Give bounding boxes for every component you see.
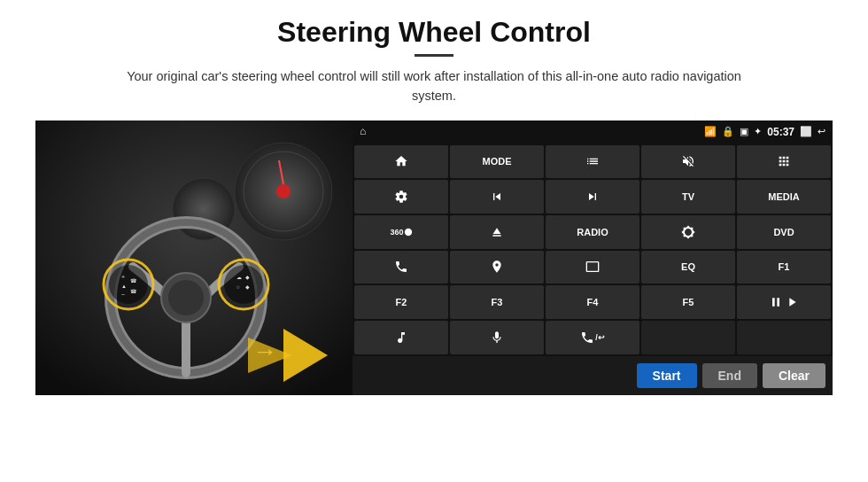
grid-btn-gps[interactable] <box>450 251 544 284</box>
svg-text:☎: ☎ <box>130 278 137 284</box>
grid-btn-mute[interactable] <box>641 145 735 179</box>
screen-icon: ⬜ <box>800 126 812 137</box>
time-display: 05:37 <box>767 126 794 138</box>
grid-btn-eject[interactable] <box>450 215 544 249</box>
grid-btn-apps[interactable] <box>737 145 831 179</box>
card-icon: ▣ <box>740 126 748 137</box>
grid-btn-settings[interactable] <box>354 180 448 214</box>
grid-btn-f5[interactable]: F5 <box>641 285 735 319</box>
svg-text:◆: ◆ <box>245 284 250 290</box>
grid-btn-next[interactable] <box>546 180 639 214</box>
grid-btn-list[interactable] <box>546 145 639 179</box>
title-divider <box>415 54 453 57</box>
grid-btn-home[interactable] <box>354 145 448 179</box>
svg-point-19 <box>224 265 263 304</box>
grid-btn-brightness[interactable] <box>641 215 735 249</box>
svg-text:☁: ☁ <box>236 275 242 280</box>
grid-btn-eq[interactable]: EQ <box>641 251 735 284</box>
status-bar: ⌂ 📶 🔒 ▣ ✦ 05:37 ⬜ ↩ <box>353 120 833 144</box>
grid-btn-f3[interactable]: F3 <box>450 285 544 319</box>
svg-text:→: → <box>252 338 277 365</box>
grid-btn-f1[interactable]: F1 <box>737 251 831 284</box>
svg-text:◆: ◆ <box>245 275 250 280</box>
grid-btn-mic[interactable] <box>450 321 544 354</box>
status-left: ⌂ <box>360 125 366 138</box>
bottom-buttons: Start End Clear <box>353 356 833 395</box>
wifi-icon: 📶 <box>704 126 717 137</box>
subtitle: Your original car's steering wheel contr… <box>124 67 744 106</box>
page-wrapper: Steering Wheel Control Your original car… <box>0 0 868 482</box>
grid-btn-phone[interactable] <box>354 251 448 284</box>
grid-btn-music[interactable] <box>354 321 448 354</box>
status-right: 📶 🔒 ▣ ✦ 05:37 ⬜ ↩ <box>704 126 825 138</box>
svg-point-12 <box>109 265 148 304</box>
grid-btn-media[interactable]: MEDIA <box>737 180 831 214</box>
lock-icon: 🔒 <box>722 126 734 137</box>
grid-btn-empty1 <box>641 321 735 354</box>
home-status-icon: ⌂ <box>360 125 366 138</box>
grid-btn-tv[interactable]: TV <box>641 180 735 214</box>
svg-text:○: ○ <box>236 284 240 290</box>
grid-btn-f4[interactable]: F4 <box>546 285 639 319</box>
grid-btn-mode[interactable]: MODE <box>450 145 544 179</box>
android-panel: ⌂ 📶 🔒 ▣ ✦ 05:37 ⬜ ↩ MODE <box>353 120 833 395</box>
clear-button[interactable]: Clear <box>763 363 825 388</box>
grid-btn-empty2 <box>737 321 831 354</box>
car-image: + ▲ – ☎ ☎ ☁ ◆ ○ ◆ → <box>35 120 353 395</box>
content-row: + ▲ – ☎ ☎ ☁ ◆ ○ ◆ → <box>35 120 833 395</box>
grid-btn-f2[interactable]: F2 <box>354 285 448 319</box>
svg-text:+: + <box>121 274 125 280</box>
grid-btn-radio[interactable]: RADIO <box>546 215 639 249</box>
grid-btn-360[interactable]: 360 <box>354 215 448 249</box>
svg-point-10 <box>168 280 204 315</box>
svg-point-4 <box>276 184 291 198</box>
start-button[interactable]: Start <box>637 363 697 388</box>
back-icon: ↩ <box>818 126 825 137</box>
svg-text:–: – <box>121 291 125 297</box>
bluetooth-icon: ✦ <box>754 126 762 137</box>
grid-btn-phone-answer[interactable]: /↩ <box>546 321 639 354</box>
grid-btn-dvd[interactable]: DVD <box>737 215 831 249</box>
svg-text:▲: ▲ <box>121 284 127 289</box>
grid-btn-prev[interactable] <box>450 180 544 214</box>
button-grid: MODE TV <box>353 144 833 356</box>
svg-text:☎: ☎ <box>130 289 137 294</box>
grid-btn-playpause[interactable] <box>737 285 831 319</box>
end-button[interactable]: End <box>702 363 757 388</box>
grid-btn-window[interactable] <box>546 251 639 284</box>
page-title: Steering Wheel Control <box>277 16 591 49</box>
